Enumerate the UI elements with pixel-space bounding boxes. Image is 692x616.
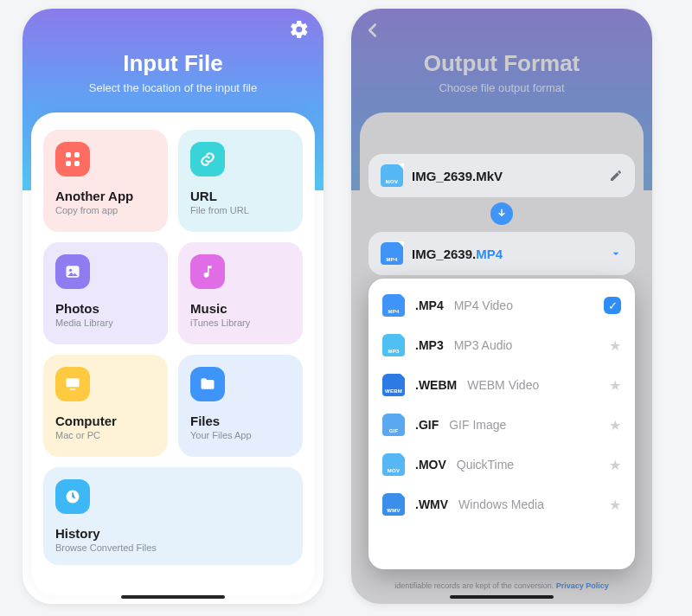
settings-button[interactable] — [289, 19, 310, 40]
clock-icon — [55, 479, 90, 514]
home-indicator[interactable] — [121, 595, 225, 599]
format-option-webm[interactable]: WEBM .WEBM WEBM Video ★ — [368, 365, 635, 405]
folder-icon — [190, 367, 225, 401]
target-file-name: IMG_2639.MP4 — [412, 247, 600, 261]
svg-rect-7 — [70, 388, 76, 390]
apps-icon — [55, 142, 90, 176]
tile-sub: Media Library — [55, 318, 156, 328]
format-option-mp4[interactable]: MP4 .MP4 MP4 Video ✓ — [368, 286, 635, 325]
screen-input-file: Input File Select the location of the in… — [22, 9, 324, 604]
tile-title: Computer — [55, 414, 156, 428]
computer-icon — [55, 367, 90, 401]
file-icon-mp4: MP4 — [382, 294, 405, 317]
page-subtitle: Select the location of the input file — [22, 81, 324, 94]
format-desc: MP4 Video — [454, 298, 513, 312]
tile-sub: iTunes Library — [190, 318, 291, 328]
svg-rect-6 — [67, 378, 80, 387]
format-ext: .WMV — [415, 497, 448, 511]
format-ext: .WEBM — [415, 378, 457, 392]
format-dropdown-toggle[interactable] — [609, 247, 623, 260]
arrow-down-icon — [496, 208, 508, 220]
tile-music[interactable]: Music iTunes Library — [178, 242, 303, 344]
file-icon-mp4: MP4 — [381, 242, 403, 265]
format-option-gif[interactable]: GIF .GIF GIF Image ★ — [368, 405, 635, 445]
format-desc: WEBM Video — [467, 378, 539, 392]
checkmark-icon: ✓ — [604, 297, 621, 314]
format-desc: GIF Image — [449, 418, 506, 432]
pencil-icon — [609, 169, 623, 183]
file-icon-webm: WEBM — [382, 374, 405, 396]
format-option-mov[interactable]: MOV .MOV QuickTime ★ — [368, 445, 635, 484]
file-icon-mov: MOV — [381, 164, 403, 187]
star-icon[interactable]: ★ — [609, 417, 621, 433]
format-option-wmv[interactable]: WMV .WMV Windows Media ★ — [368, 484, 635, 524]
gear-icon — [289, 19, 310, 40]
input-sources-sheet: Another App Copy from app URL File from … — [31, 112, 315, 595]
tile-title: Another App — [55, 189, 156, 203]
tile-url[interactable]: URL File from URL — [178, 130, 303, 232]
format-ext: .MOV — [415, 458, 446, 472]
tile-photos[interactable]: Photos Media Library — [43, 242, 168, 344]
tile-title: History — [55, 526, 291, 541]
file-icon-wmv: WMV — [382, 493, 405, 516]
file-icon-gif: GIF — [382, 414, 405, 436]
screen-output-format: Output Format Choose file output format … — [351, 9, 652, 604]
tile-title: Music — [190, 301, 291, 316]
svg-rect-2 — [66, 161, 71, 166]
tile-history[interactable]: History Browse Converted Files — [43, 467, 303, 565]
rename-button[interactable] — [609, 169, 623, 183]
file-icon-mp3: MP3 — [382, 334, 405, 356]
format-ext: .MP3 — [415, 338, 444, 352]
tile-files[interactable]: Files Your Files App — [178, 355, 303, 457]
tile-sub: Browse Converted Files — [55, 542, 291, 553]
file-icon-mov: MOV — [382, 453, 405, 476]
svg-rect-0 — [66, 152, 71, 157]
home-indicator[interactable] — [450, 595, 554, 599]
format-desc: Windows Media — [458, 497, 544, 511]
format-dropdown: MP4 .MP4 MP4 Video ✓ MP3 .MP3 MP3 Audio … — [368, 279, 635, 569]
star-icon[interactable]: ★ — [609, 377, 621, 394]
svg-point-5 — [69, 269, 72, 272]
svg-rect-3 — [74, 161, 80, 166]
convert-arrow — [490, 202, 513, 225]
tile-sub: File from URL — [190, 205, 291, 215]
tile-title: Photos — [55, 301, 156, 316]
tile-sub: Copy from app — [55, 205, 156, 215]
source-file-card: MOV IMG_2639.MkV — [368, 154, 635, 197]
star-icon[interactable]: ★ — [609, 337, 621, 354]
star-icon[interactable]: ★ — [609, 497, 621, 513]
format-option-mp3[interactable]: MP3 .MP3 MP3 Audio ★ — [368, 325, 635, 365]
photos-icon — [55, 254, 90, 289]
format-desc: MP3 Audio — [454, 338, 513, 352]
tile-computer[interactable]: Computer Mac or PC — [43, 355, 168, 457]
format-desc: QuickTime — [457, 458, 514, 472]
source-file-name: IMG_2639.MkV — [412, 169, 600, 183]
tile-sub: Your Files App — [190, 430, 291, 440]
tile-sub: Mac or PC — [55, 430, 156, 440]
svg-rect-1 — [74, 152, 80, 157]
tile-title: URL — [190, 189, 291, 203]
page-title: Input File — [22, 50, 324, 77]
format-ext: .GIF — [415, 418, 439, 432]
tile-title: Files — [190, 414, 291, 428]
target-file-card[interactable]: MP4 IMG_2639.MP4 — [368, 232, 635, 275]
caret-down-icon — [609, 247, 623, 260]
tile-another-app[interactable]: Another App Copy from app — [43, 130, 168, 232]
format-ext: .MP4 — [415, 298, 444, 312]
link-icon — [190, 142, 225, 176]
music-icon — [190, 254, 225, 289]
star-icon[interactable]: ★ — [609, 457, 621, 473]
